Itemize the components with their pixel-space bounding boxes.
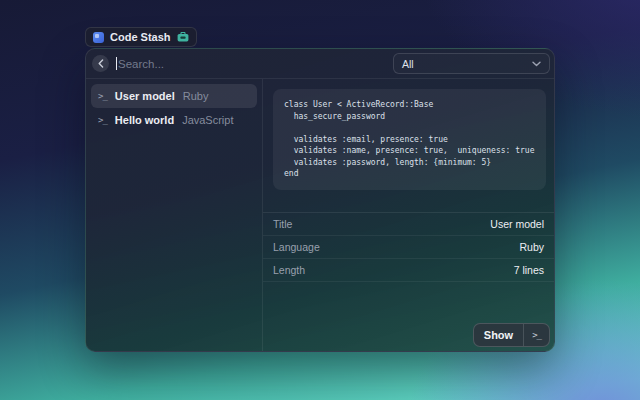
terminal-prompt-icon: >_ <box>98 91 107 101</box>
metadata-value: 7 lines <box>514 264 544 276</box>
toolbox-icon <box>177 32 189 42</box>
metadata-section: Title User model Language Ruby Length 7 … <box>263 212 554 282</box>
chevron-left-icon <box>98 59 104 68</box>
detail-panel: class User < ActiveRecord::Base has_secu… <box>263 79 554 351</box>
list-item-hello-world[interactable]: >_ Hello world JavaScript <box>91 108 257 132</box>
search-input[interactable] <box>118 58 393 70</box>
list-item-title: Hello world <box>115 114 174 126</box>
metadata-row-length: Length 7 lines <box>263 259 554 282</box>
list-item-subtitle: JavaScript <box>182 114 233 126</box>
metadata-label: Length <box>273 264 305 276</box>
search-field[interactable] <box>116 57 393 70</box>
list-item-title: User model <box>115 90 175 102</box>
metadata-row-language: Language Ruby <box>263 236 554 259</box>
metadata-value: Ruby <box>519 241 544 253</box>
list-item-subtitle: Ruby <box>183 90 209 102</box>
show-button[interactable]: Show >_ <box>473 323 550 347</box>
command-tab[interactable]: Code Stash <box>85 27 197 47</box>
text-caret <box>116 57 117 70</box>
app-icon <box>93 32 104 43</box>
code-stash-window: All >_ User model Ruby >_ Hello world Ja… <box>85 48 555 352</box>
window-header: All <box>86 49 554 79</box>
chevron-down-icon <box>532 61 541 67</box>
code-preview: class User < ActiveRecord::Base has_secu… <box>273 89 546 190</box>
terminal-prompt-icon: >_ <box>98 115 107 125</box>
show-button-label: Show <box>474 329 523 341</box>
metadata-row-title: Title User model <box>263 213 554 236</box>
window-body: >_ User model Ruby >_ Hello world JavaSc… <box>86 79 554 351</box>
command-tab-label: Code Stash <box>110 31 171 43</box>
filter-dropdown[interactable]: All <box>393 53 550 74</box>
metadata-label: Title <box>273 218 292 230</box>
terminal-prompt-icon: >_ <box>524 330 549 340</box>
back-button[interactable] <box>92 55 109 72</box>
metadata-label: Language <box>273 241 320 253</box>
metadata-value: User model <box>490 218 544 230</box>
filter-dropdown-value: All <box>402 58 414 70</box>
list-item-user-model[interactable]: >_ User model Ruby <box>91 84 257 108</box>
snippet-list: >_ User model Ruby >_ Hello world JavaSc… <box>86 79 263 351</box>
